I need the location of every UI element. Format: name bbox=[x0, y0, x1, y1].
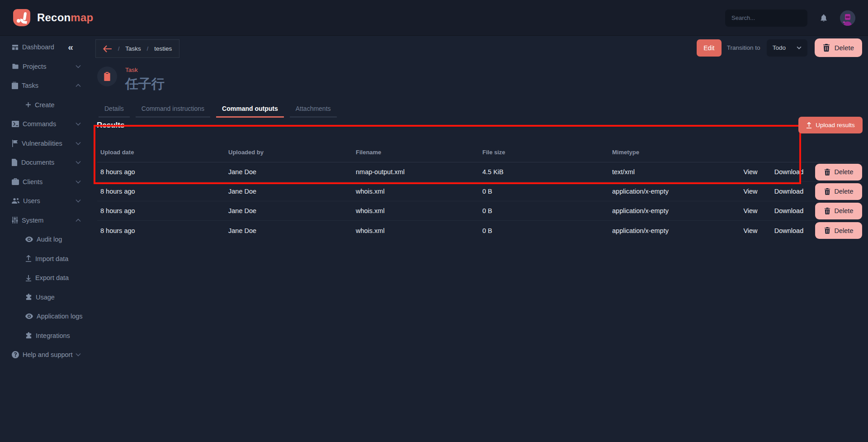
sidebar-item-system[interactable]: System bbox=[0, 211, 92, 230]
upload-icon bbox=[25, 255, 32, 262]
cell-filename: whois.xml bbox=[353, 227, 479, 234]
download-icon bbox=[25, 275, 32, 281]
table-header-row: Upload date Uploaded by Filename File si… bbox=[97, 143, 862, 162]
back-arrow-icon[interactable] bbox=[103, 45, 112, 52]
sidebar-item-label: Application logs bbox=[37, 313, 83, 320]
brand-part1: Recon bbox=[37, 11, 71, 24]
view-link[interactable]: View bbox=[743, 188, 757, 195]
sidebar-item-label: Vulnerabilities bbox=[22, 140, 62, 147]
transition-to-label: Transition to bbox=[727, 44, 760, 51]
sidebar: Dashboard Projects Tasks Create Commands… bbox=[0, 38, 92, 365]
sidebar-item-label: Export data bbox=[35, 274, 69, 281]
sidebar-item-integrations[interactable]: Integrations bbox=[0, 326, 92, 346]
sidebar-item-documents[interactable]: Documents bbox=[0, 153, 92, 172]
sidebar-item-application-logs[interactable]: Application logs bbox=[0, 307, 92, 326]
chevron-down-icon bbox=[75, 180, 81, 184]
results-heading: Results bbox=[97, 121, 124, 130]
chevron-down-icon bbox=[75, 199, 81, 203]
column-header-upload-date: Upload date bbox=[97, 149, 225, 156]
column-header-filename: Filename bbox=[353, 149, 479, 156]
table-row: 8 hours ago Jane Doe whois.xml 0 B appli… bbox=[97, 201, 862, 221]
sidebar-item-import-data[interactable]: Import data bbox=[0, 249, 92, 269]
sidebar-item-label: Projects bbox=[23, 63, 46, 70]
cell-upload-date: 8 hours ago bbox=[97, 168, 225, 176]
upload-results-button[interactable]: Upload results bbox=[798, 117, 863, 133]
sidebar-item-dashboard[interactable]: Dashboard bbox=[0, 38, 92, 57]
cell-uploaded-by: Jane Doe bbox=[225, 188, 353, 195]
cell-upload-date: 8 hours ago bbox=[97, 227, 225, 234]
edit-button[interactable]: Edit bbox=[697, 39, 722, 57]
file-icon bbox=[12, 159, 18, 166]
plus-icon bbox=[25, 102, 31, 108]
delete-task-button[interactable]: Delete bbox=[815, 38, 862, 57]
sidebar-item-help-and-support[interactable]: Help and support bbox=[0, 345, 92, 365]
dashboard-icon bbox=[12, 44, 19, 51]
delete-result-button[interactable]: Delete bbox=[815, 164, 862, 181]
sidebar-item-usage[interactable]: Usage bbox=[0, 288, 92, 307]
view-link[interactable]: View bbox=[743, 207, 757, 214]
view-link[interactable]: View bbox=[743, 168, 757, 176]
download-link[interactable]: Download bbox=[774, 188, 804, 195]
delete-result-label: Delete bbox=[835, 227, 854, 234]
sidebar-item-label: Audit log bbox=[37, 236, 62, 243]
column-header-mimetype: Mimetype bbox=[609, 149, 737, 156]
sidebar-item-audit-log[interactable]: Audit log bbox=[0, 230, 92, 249]
cell-mimetype: application/x-empty bbox=[609, 207, 737, 214]
sidebar-collapse-icon[interactable]: « bbox=[63, 40, 77, 54]
task-title: 任子行 bbox=[125, 75, 165, 93]
brand-part2: map bbox=[71, 11, 93, 24]
status-select[interactable]: Todo bbox=[767, 39, 807, 57]
search-input[interactable] bbox=[725, 10, 807, 27]
clipboard-list-icon bbox=[12, 82, 18, 89]
cell-filename: whois.xml bbox=[353, 207, 479, 214]
sidebar-item-label: Clients bbox=[23, 178, 42, 185]
clipboard-icon bbox=[104, 72, 111, 81]
chevron-up-icon bbox=[75, 84, 81, 87]
command-outputs-table: Upload date Uploaded by Filename File si… bbox=[97, 143, 862, 240]
user-avatar[interactable] bbox=[840, 10, 855, 26]
cell-mimetype: application/x-empty bbox=[609, 188, 737, 195]
sidebar-item-commands[interactable]: Commands bbox=[0, 114, 92, 134]
sidebar-item-label: System bbox=[22, 217, 43, 224]
folder-icon bbox=[12, 63, 19, 70]
download-link[interactable]: Download bbox=[774, 207, 804, 214]
tab-bar: Details Command instructions Command out… bbox=[99, 102, 337, 118]
view-link[interactable]: View bbox=[743, 227, 757, 234]
breadcrumb-separator: / bbox=[118, 46, 119, 52]
sidebar-item-users[interactable]: Users bbox=[0, 191, 92, 211]
notifications-bell-icon[interactable] bbox=[819, 14, 828, 23]
task-header: Task 任子行 bbox=[97, 67, 165, 93]
delete-result-button[interactable]: Delete bbox=[815, 183, 862, 200]
delete-result-button[interactable]: Delete bbox=[815, 222, 862, 239]
tab-details[interactable]: Details bbox=[99, 102, 130, 118]
table-row: 8 hours ago Jane Doe whois.xml 0 B appli… bbox=[97, 182, 862, 201]
sidebar-item-label: Dashboard bbox=[22, 43, 54, 51]
download-link[interactable]: Download bbox=[774, 227, 804, 234]
puzzle-icon bbox=[25, 332, 32, 339]
reconmap-logo-icon bbox=[13, 9, 30, 26]
delete-result-button[interactable]: Delete bbox=[815, 203, 862, 219]
tab-command-instructions[interactable]: Command instructions bbox=[136, 102, 210, 118]
sidebar-item-clients[interactable]: Clients bbox=[0, 172, 92, 192]
upload-results-label: Upload results bbox=[816, 122, 854, 128]
tab-attachments[interactable]: Attachments bbox=[290, 102, 337, 118]
eye-icon bbox=[25, 237, 33, 242]
download-link[interactable]: Download bbox=[774, 168, 804, 176]
sidebar-item-create-task[interactable]: Create bbox=[0, 95, 92, 115]
cell-upload-date: 8 hours ago bbox=[97, 188, 225, 195]
sidebar-item-export-data[interactable]: Export data bbox=[0, 268, 92, 288]
trash-icon bbox=[824, 188, 830, 195]
delete-task-label: Delete bbox=[835, 44, 854, 52]
breadcrumb-separator: / bbox=[147, 46, 148, 52]
sidebar-item-tasks[interactable]: Tasks bbox=[0, 76, 92, 95]
breadcrumb-tasks-link[interactable]: Tasks bbox=[125, 45, 141, 52]
chevron-down-icon bbox=[797, 46, 802, 49]
sidebar-item-projects[interactable]: Projects bbox=[0, 57, 92, 76]
tab-command-outputs[interactable]: Command outputs bbox=[216, 102, 284, 118]
task-avatar bbox=[97, 67, 117, 86]
cell-upload-date: 8 hours ago bbox=[97, 207, 225, 214]
chevron-down-icon bbox=[75, 161, 81, 164]
app-logo[interactable]: Reconmap bbox=[13, 9, 93, 26]
cell-uploaded-by: Jane Doe bbox=[225, 168, 353, 176]
sidebar-item-vulnerabilities[interactable]: Vulnerabilities bbox=[0, 134, 92, 153]
